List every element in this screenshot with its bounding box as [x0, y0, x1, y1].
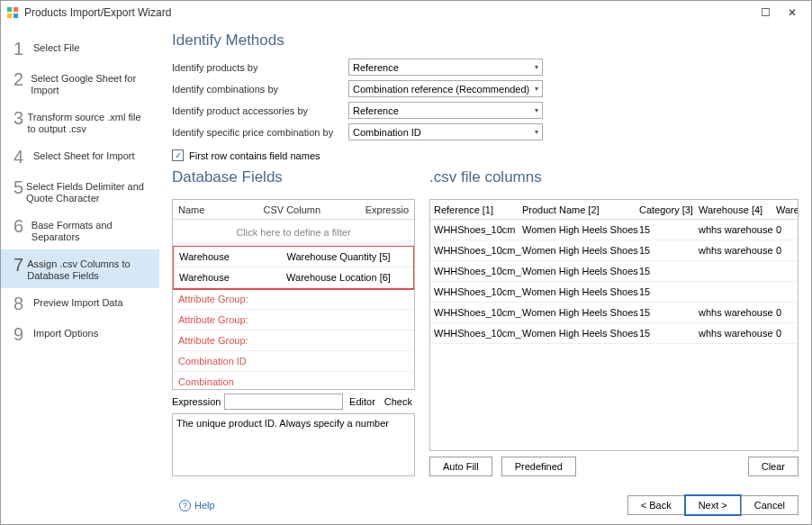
editor-button[interactable]: Editor: [347, 396, 378, 407]
csv-row[interactable]: WHHShoes_10cm_13Women High Heels Shoes15: [430, 282, 798, 303]
col-name[interactable]: Name: [173, 204, 257, 215]
sidebar-step-7[interactable]: 7Assign .csv Columns to Database Fields: [1, 249, 159, 288]
col-category[interactable]: Category [3]: [636, 204, 695, 215]
titlebar: Products Import/Export Wizard ☐ ✕: [1, 1, 811, 24]
help-icon: ?: [179, 500, 191, 511]
identify-select[interactable]: Combination reference (Recommended)▾: [348, 80, 543, 97]
csv-title: .csv file columns: [429, 168, 798, 186]
sidebar-step-8[interactable]: 8Preview Import Data: [1, 288, 159, 319]
dbfield-row[interactable]: Combination: [173, 372, 414, 389]
clear-button[interactable]: Clear: [748, 457, 798, 476]
chevron-down-icon: ▾: [535, 106, 538, 114]
dbfield-row[interactable]: Attribute Group:: [173, 310, 414, 330]
check-button[interactable]: Check: [382, 396, 415, 407]
back-button[interactable]: < Back: [627, 495, 685, 515]
identify-title: Identify Methods: [172, 32, 798, 50]
col-reference[interactable]: Reference [1]: [430, 204, 519, 215]
csv-row[interactable]: WHHShoes_10cm_14Women High Heels Shoes15…: [430, 303, 798, 323]
window-title: Products Import/Export Wizard: [24, 6, 752, 19]
dbfield-row[interactable]: WarehouseWarehouse Location [6]: [174, 267, 413, 288]
csv-grid: Reference [1] Product Name [2] Category …: [429, 199, 798, 451]
csv-row[interactable]: WHHShoes_10cm_15Women High Heels Shoes15…: [430, 323, 798, 344]
cancel-button[interactable]: Cancel: [741, 495, 798, 515]
dbfields-grid: Name CSV Column Expressio Click here to …: [172, 199, 415, 390]
dbfield-row[interactable]: Attribute Group:: [173, 289, 414, 310]
identify-select[interactable]: Reference▾: [348, 59, 543, 76]
predefined-button[interactable]: Predefined: [501, 457, 576, 476]
autofill-button[interactable]: Auto Fill: [429, 457, 492, 476]
sidebar-step-3[interactable]: 3Transform source .xml file to output .c…: [1, 103, 159, 141]
svg-rect-2: [7, 14, 12, 18]
filter-row[interactable]: Click here to define a filter: [173, 220, 414, 246]
chevron-down-icon: ▾: [535, 63, 538, 71]
identify-label: Identify combinations by: [172, 84, 348, 95]
identify-label: Identify products by: [172, 62, 348, 73]
csv-header: Reference [1] Product Name [2] Category …: [430, 200, 798, 220]
csv-row[interactable]: WHHShoes_10cm_1Women High Heels Shoes15w…: [430, 240, 798, 261]
checkbox-label: First row contains field names: [189, 150, 320, 161]
dbfields-title: Database Fields: [172, 168, 415, 186]
col-warehouse[interactable]: Warehouse [4]: [695, 204, 772, 215]
next-button[interactable]: Next >: [685, 495, 741, 515]
checkmark-icon: ✓: [172, 149, 184, 161]
first-row-checkbox[interactable]: ✓ First row contains field names: [172, 149, 798, 161]
sidebar-step-9[interactable]: 9Import Options: [1, 319, 159, 349]
dbfield-row[interactable]: Attribute Group:: [173, 330, 414, 351]
help-link[interactable]: ? Help: [179, 500, 215, 511]
chevron-down-icon: ▾: [535, 85, 538, 93]
dbfield-row[interactable]: WarehouseWarehouse Quantity [5]: [174, 247, 413, 267]
identify-label: Identify product accessories by: [172, 105, 348, 116]
identify-select[interactable]: Combination ID▾: [348, 123, 543, 140]
dbfields-header: Name CSV Column Expressio: [173, 200, 414, 220]
expression-label: Expression: [172, 396, 221, 407]
csv-row[interactable]: WHHShoes_10cmWomen High Heels Shoes15whh…: [430, 220, 798, 240]
expression-input[interactable]: [224, 394, 343, 410]
chevron-down-icon: ▾: [535, 128, 538, 136]
identify-section: Identify Methods Identify products byRef…: [172, 32, 798, 168]
maximize-button[interactable]: ☐: [752, 6, 779, 19]
identify-label: Identify specific price combination by: [172, 127, 348, 138]
svg-rect-0: [7, 7, 12, 12]
sidebar-step-5[interactable]: 5Select Fields Delimiter and Quote Chara…: [1, 172, 159, 211]
wizard-steps-sidebar: 1Select File2Select Google Sheet for Imp…: [1, 24, 159, 524]
col-warehouse-2[interactable]: Warehouse: [772, 204, 790, 215]
svg-rect-3: [14, 14, 18, 18]
sidebar-step-2[interactable]: 2Select Google Sheet for Import: [1, 64, 159, 103]
identify-select[interactable]: Reference▾: [348, 102, 543, 119]
svg-rect-1: [14, 7, 18, 12]
col-expr[interactable]: Expressio: [360, 204, 414, 215]
csv-row[interactable]: WHHShoes_10cm_12Women High Heels Shoes15: [430, 261, 798, 282]
field-description: The unique product ID. Always specify a …: [172, 413, 415, 476]
close-button[interactable]: ✕: [779, 6, 806, 19]
col-csv[interactable]: CSV Column: [257, 204, 359, 215]
col-product-name[interactable]: Product Name [2]: [519, 204, 636, 215]
sidebar-step-4[interactable]: 4Select Sheet for Import: [1, 141, 159, 172]
sidebar-step-6[interactable]: 6Base Formats and Separators: [1, 211, 159, 249]
sidebar-step-1[interactable]: 1Select File: [1, 33, 159, 64]
dbfield-row[interactable]: Combination ID: [173, 351, 414, 372]
app-logo-icon: [6, 6, 19, 19]
